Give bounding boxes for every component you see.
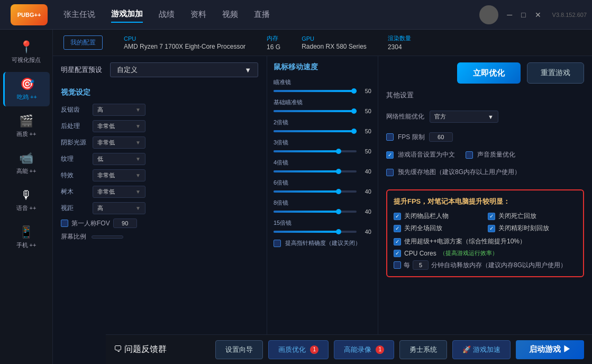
nav-video[interactable]: 视频 xyxy=(222,7,238,22)
slider-value-4x: 40 xyxy=(361,168,371,175)
cpu-checkbox[interactable] xyxy=(394,250,401,257)
fps-boost-box: 提升FPS，对笔记本电脑提升较明显： 关闭物品栏人物 关闭死亡回放 关闭全场回放 xyxy=(386,189,584,277)
boost-checkbox-3[interactable] xyxy=(488,225,495,232)
slider-row-4x: 40 xyxy=(274,168,371,175)
slider-track-8x[interactable] xyxy=(274,211,357,213)
setting-dropdown-shadow[interactable]: 非常低 ▼ xyxy=(93,136,145,149)
high-energy-record-button[interactable]: 高能录像 1 xyxy=(334,340,394,359)
slider-label-15x: 15倍镜 xyxy=(274,219,371,227)
preset-select[interactable]: 自定义 ▼ xyxy=(110,62,258,77)
setting-dropdown-distance[interactable]: 高 ▼ xyxy=(93,202,145,214)
setup-guide-button[interactable]: 设置向导 xyxy=(215,340,263,359)
boost-checkbox-0[interactable] xyxy=(394,213,401,220)
slider-track-15x[interactable] xyxy=(274,231,357,233)
sidebar-item-quality[interactable]: 🎬 画质 ++ xyxy=(3,109,50,143)
topbar-right: ─ □ ✕ V3.8.152.607 xyxy=(479,5,587,24)
logo-image: PUBG++ xyxy=(11,4,48,25)
warrior-system-button[interactable]: 勇士系统 xyxy=(399,340,447,359)
sidebar-item-voice[interactable]: 🎙 语音 ++ xyxy=(3,183,50,217)
slider-value-3x: 50 xyxy=(361,148,371,154)
sidebar-label-highenergy: 高能 ++ xyxy=(16,167,37,175)
nav-data[interactable]: 资料 xyxy=(190,7,206,22)
bottom-bar: 🗨 问题反馈群 设置向导 画质优化 1 高能录像 1 勇士系统 🚀 游戏加速 启… xyxy=(106,334,592,364)
setting-row-shadow: 阴影光源 非常低 ▼ xyxy=(61,136,259,149)
maximize-button[interactable]: □ xyxy=(518,10,529,20)
quality-optimize-button[interactable]: 画质优化 1 xyxy=(268,340,329,359)
power-checkbox[interactable] xyxy=(394,238,401,245)
left-panel: 明星配置预设 自定义 ▼ 视觉设定 反锯齿 高 ▼ 后处理 xyxy=(53,56,267,334)
ratio-input[interactable] xyxy=(92,235,123,239)
minimize-button[interactable]: ─ xyxy=(504,10,515,20)
close-button[interactable]: ✕ xyxy=(532,10,544,20)
slider-label-4x: 4倍镜 xyxy=(274,159,371,167)
fov-row: 第一人称FOV 90 xyxy=(61,219,259,228)
slider-label-6x: 6倍镜 xyxy=(274,179,371,187)
setting-dropdown-post[interactable]: 非常低 ▼ xyxy=(93,120,145,132)
slider-track-6x[interactable] xyxy=(274,190,357,193)
game-accelerate-button[interactable]: 🚀 游戏加速 xyxy=(452,340,511,359)
slider-label-2x: 2倍镜 xyxy=(274,119,371,126)
map-checkbox[interactable] xyxy=(386,169,394,176)
memory-label: 内存 xyxy=(267,34,278,42)
sidebar-label-voice: 语音 ++ xyxy=(16,204,37,212)
slider-track-2x[interactable] xyxy=(274,130,357,132)
fov-checkbox[interactable] xyxy=(61,220,68,227)
slider-track-4x[interactable] xyxy=(274,170,357,172)
sidebar-item-mobile[interactable]: 📱 手机 ++ xyxy=(3,220,50,254)
fps-limit-input[interactable]: 60 xyxy=(429,132,453,142)
memory-info: 内存 16 G xyxy=(267,34,280,51)
network-label: 网络性能优化 xyxy=(386,112,424,121)
sidebar-item-chicken[interactable]: 🎯 吃鸡 ++ xyxy=(3,72,50,106)
network-select[interactable]: 官方 ▼ xyxy=(430,111,498,123)
record-badge: 1 xyxy=(376,345,384,354)
setting-dropdown-aliasing[interactable]: 高 ▼ xyxy=(93,104,145,116)
mobile-icon: 📱 xyxy=(19,225,33,239)
boost-item-0: 关闭物品栏人物 xyxy=(394,212,482,221)
cpu-hint: （提高游戏运行效率） xyxy=(440,249,498,257)
bottom-buttons: 设置向导 画质优化 1 高能录像 1 勇士系统 🚀 游戏加速 启动游戏 ▶ xyxy=(215,340,584,359)
slider-value-8x: 40 xyxy=(361,208,371,215)
middle-panel: 鼠标移动速度 瞄准镜 50 基础瞄准镜 50 xyxy=(267,56,378,334)
start-game-button[interactable]: 启动游戏 ▶ xyxy=(516,340,584,359)
version-label: V3.8.152.607 xyxy=(552,12,587,18)
my-config-button[interactable]: 我的配置 xyxy=(63,35,103,50)
slider-value-6x: 40 xyxy=(361,188,371,195)
optimize-button[interactable]: 立即优化 xyxy=(457,62,521,84)
language-sound-row: 游戏语音设置为中文 声音质量优化 xyxy=(386,150,584,163)
nav-live[interactable]: 直播 xyxy=(254,7,270,22)
cpu-label: CPU xyxy=(124,35,136,42)
nav-game[interactable]: 游戏加加 xyxy=(111,6,143,23)
fps-limit-checkbox[interactable] xyxy=(386,133,394,141)
sidebar-item-visualization[interactable]: 📍 可视化报点 xyxy=(3,35,50,69)
setting-dropdown-effects[interactable]: 非常低 ▼ xyxy=(93,169,145,181)
slider-track-3x[interactable] xyxy=(274,150,357,152)
boost-checkbox-1[interactable] xyxy=(488,213,495,220)
nav-zhang[interactable]: 张主任说 xyxy=(63,7,95,22)
quality-icon: 🎬 xyxy=(19,114,33,128)
feedback-area[interactable]: 🗨 问题反馈群 xyxy=(114,344,167,355)
slider-row-aim: 50 xyxy=(274,88,371,94)
slider-row-15x: 40 xyxy=(274,229,371,235)
slider-track-aim[interactable] xyxy=(274,90,357,92)
feedback-label: 🗨 问题反馈群 xyxy=(114,344,167,355)
nav-record[interactable]: 战绩 xyxy=(159,7,175,22)
ratio-label: 屏幕比例 xyxy=(61,232,86,241)
auto-clear-checkbox[interactable] xyxy=(394,261,401,269)
boost-checkbox-2[interactable] xyxy=(394,225,401,232)
auto-clear-num[interactable]: 5 xyxy=(413,260,429,270)
setting-dropdown-trees[interactable]: 非常低 ▼ xyxy=(93,186,145,198)
fingertip-checkbox[interactable] xyxy=(274,240,281,247)
slider-track-base[interactable] xyxy=(274,110,357,112)
fov-input[interactable]: 90 xyxy=(113,219,137,228)
language-checkbox[interactable] xyxy=(386,151,394,159)
sidebar-item-highenergy[interactable]: 📹 高能 ++ xyxy=(3,146,50,180)
setting-row-distance: 视距 高 ▼ xyxy=(61,202,259,214)
setting-dropdown-texture[interactable]: 低 ▼ xyxy=(93,153,145,165)
sidebar-label-quality: 画质 ++ xyxy=(16,130,37,138)
slider-label-base: 基础瞄准镜 xyxy=(274,98,371,106)
cpu-row: CPU Cores （提高游戏运行效率） xyxy=(394,249,577,257)
sound-checkbox[interactable] xyxy=(466,151,473,159)
boost-item-3: 关闭精彩时刻回放 xyxy=(488,224,577,233)
setting-name-distance: 视距 xyxy=(61,204,93,213)
reset-button[interactable]: 重置游戏 xyxy=(527,62,584,84)
